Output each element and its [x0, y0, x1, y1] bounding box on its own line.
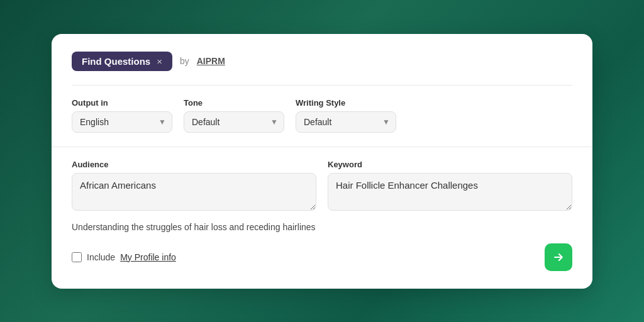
title-badge: Find Questions ×: [72, 52, 172, 71]
audience-textarea[interactable]: African Americans: [72, 173, 316, 211]
description-text: Understanding the struggles of hair loss…: [72, 222, 572, 232]
by-label: by: [180, 56, 189, 66]
include-profile-row: Include My Profile info: [72, 252, 176, 262]
section-divider: [52, 147, 592, 147]
output-in-wrapper: English Spanish French German ▼: [72, 111, 172, 133]
footer-row: Include My Profile info: [72, 243, 572, 271]
keyword-group: Keyword Hair Follicle Enhancer Challenge…: [328, 160, 572, 211]
submit-button[interactable]: [545, 243, 572, 271]
close-button[interactable]: ×: [157, 57, 162, 66]
aiprm-link[interactable]: AIPRM: [197, 56, 225, 66]
header-divider: [72, 85, 572, 86]
selects-row: Output in English Spanish French German …: [72, 98, 572, 133]
output-in-select[interactable]: English Spanish French German: [72, 111, 172, 133]
keyword-label: Keyword: [328, 160, 572, 169]
tone-group: Tone Default Formal Informal Humorous ▼: [184, 98, 284, 133]
tone-wrapper: Default Formal Informal Humorous ▼: [184, 111, 284, 133]
textareas-row: Audience African Americans Keyword Hair …: [72, 160, 572, 211]
writing-style-group: Writing Style Default Creative Analytica…: [296, 98, 396, 133]
audience-label: Audience: [72, 160, 316, 169]
card-header: Find Questions × by AIPRM: [72, 52, 572, 71]
output-in-group: Output in English Spanish French German …: [72, 98, 172, 133]
tone-select[interactable]: Default Formal Informal Humorous: [184, 111, 284, 133]
output-in-label: Output in: [72, 98, 172, 108]
main-card: Find Questions × by AIPRM Output in Engl…: [52, 34, 592, 289]
writing-style-wrapper: Default Creative Analytical Persuasive ▼: [296, 111, 396, 133]
keyword-textarea[interactable]: Hair Follicle Enhancer Challenges: [328, 173, 572, 211]
writing-style-label: Writing Style: [296, 98, 396, 108]
include-profile-checkbox[interactable]: [72, 252, 82, 262]
send-icon: [552, 251, 565, 264]
my-profile-info-link[interactable]: My Profile info: [120, 252, 176, 262]
writing-style-select[interactable]: Default Creative Analytical Persuasive: [296, 111, 396, 133]
audience-group: Audience African Americans: [72, 160, 316, 211]
card-title: Find Questions: [82, 56, 150, 67]
include-label: Include: [87, 252, 115, 262]
tone-label: Tone: [184, 98, 284, 108]
